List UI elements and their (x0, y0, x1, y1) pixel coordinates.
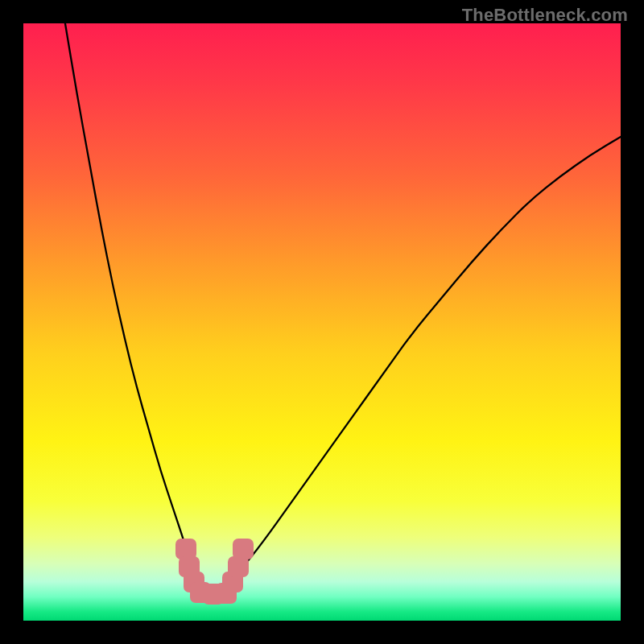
bottleneck-curve (23, 23, 621, 621)
plot-area (23, 23, 621, 621)
chart-stage: TheBottleneck.com (0, 0, 644, 644)
ideal-marker (233, 539, 254, 559)
ideal-marker (228, 556, 249, 577)
